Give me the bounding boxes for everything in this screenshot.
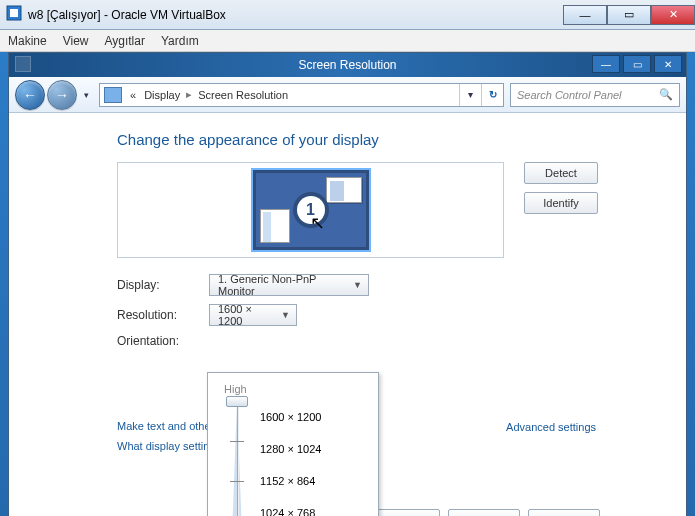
detect-button[interactable]: Detect bbox=[524, 162, 598, 184]
resolution-label: Resolution: bbox=[117, 308, 209, 322]
orientation-label: Orientation: bbox=[117, 334, 209, 348]
advanced-settings-link[interactable]: Advanced settings bbox=[506, 421, 596, 433]
chevron-right-icon: ▸ bbox=[184, 88, 194, 101]
cancel-button[interactable]: Cancel bbox=[448, 509, 520, 516]
resolution-dropdown[interactable]: 1600 × 1200 ▼ bbox=[209, 304, 297, 326]
apply-button[interactable]: Apply bbox=[528, 509, 600, 516]
outer-minimize-button[interactable]: — bbox=[563, 5, 607, 25]
monitor-number: 1 bbox=[297, 196, 325, 224]
menu-aygitlar[interactable]: Aygıtlar bbox=[104, 34, 144, 48]
inner-maximize-button[interactable]: ▭ bbox=[623, 55, 651, 73]
breadcrumb-root[interactable]: « bbox=[126, 89, 140, 101]
outer-maximize-button[interactable]: ▭ bbox=[607, 5, 651, 25]
display-icon bbox=[104, 87, 122, 103]
virtualbox-title: w8 [Çalışıyor] - Oracle VM VirtualBox bbox=[28, 8, 226, 22]
preview-window-icon bbox=[326, 177, 362, 203]
resolution-value: 1600 × 1200 bbox=[218, 303, 274, 327]
breadcrumb-dropdown-button[interactable]: ▾ bbox=[459, 84, 481, 106]
breadcrumb-bar[interactable]: « Display ▸ Screen Resolution ▾ ↻ bbox=[99, 83, 504, 107]
reso-option-3[interactable]: 1024 × 768 bbox=[260, 497, 321, 516]
chevron-down-icon: ▼ bbox=[281, 310, 290, 320]
refresh-button[interactable]: ↻ bbox=[481, 84, 503, 106]
inner-title: Screen Resolution bbox=[298, 58, 396, 72]
slider-high-label: High bbox=[224, 383, 368, 395]
identify-button[interactable]: Identify bbox=[524, 192, 598, 214]
resolution-slider[interactable] bbox=[226, 401, 248, 516]
control-panel-window: Screen Resolution — ▭ ✕ ← → ▾ « Display … bbox=[8, 52, 687, 516]
preview-sidebar-icon bbox=[260, 209, 290, 243]
chevron-down-icon: ▼ bbox=[353, 280, 362, 290]
inner-sysmenu-icon[interactable] bbox=[15, 56, 31, 72]
resolution-options: 1600 × 1200 1280 × 1024 1152 × 864 1024 … bbox=[256, 401, 321, 516]
svg-rect-1 bbox=[10, 9, 18, 17]
nav-history-dropdown[interactable]: ▾ bbox=[79, 80, 93, 110]
forward-button[interactable]: → bbox=[47, 80, 77, 110]
virtualbox-icon bbox=[6, 5, 22, 24]
display-label: Display: bbox=[117, 278, 209, 292]
search-input[interactable]: Search Control Panel 🔍 bbox=[510, 83, 680, 107]
back-button[interactable]: ← bbox=[15, 80, 45, 110]
menu-makine[interactable]: Makine bbox=[8, 34, 47, 48]
display-value: 1. Generic Non-PnP Monitor bbox=[218, 273, 346, 297]
inner-titlebar: Screen Resolution — ▭ ✕ bbox=[9, 53, 686, 77]
outer-window-controls: — ▭ ✕ bbox=[563, 5, 695, 25]
search-icon: 🔍 bbox=[659, 88, 673, 101]
outer-close-button[interactable]: ✕ bbox=[651, 5, 695, 25]
menu-view[interactable]: View bbox=[63, 34, 89, 48]
reso-option-0[interactable]: 1600 × 1200 bbox=[260, 401, 321, 433]
slider-thumb[interactable] bbox=[226, 396, 248, 407]
page-heading: Change the appearance of your display bbox=[117, 131, 598, 148]
display-dropdown[interactable]: 1. Generic Non-PnP Monitor ▼ bbox=[209, 274, 369, 296]
monitor-1[interactable]: 1 bbox=[253, 170, 369, 250]
inner-minimize-button[interactable]: — bbox=[592, 55, 620, 73]
search-placeholder: Search Control Panel bbox=[517, 89, 622, 101]
monitor-preview[interactable]: 1 bbox=[117, 162, 504, 258]
reso-option-2[interactable]: 1152 × 864 bbox=[260, 465, 321, 497]
virtualbox-menubar: Makine View Aygıtlar Yardım bbox=[0, 30, 695, 52]
resolution-slider-popup: High 1600 × 1200 1280 × 1024 bbox=[207, 372, 379, 516]
menu-yardim[interactable]: Yardım bbox=[161, 34, 199, 48]
virtualbox-titlebar: w8 [Çalışıyor] - Oracle VM VirtualBox — … bbox=[0, 0, 695, 30]
breadcrumb-display[interactable]: Display bbox=[140, 89, 184, 101]
breadcrumb-resolution[interactable]: Screen Resolution bbox=[194, 89, 292, 101]
reso-option-1[interactable]: 1280 × 1024 bbox=[260, 433, 321, 465]
explorer-toolbar: ← → ▾ « Display ▸ Screen Resolution ▾ ↻ … bbox=[9, 77, 686, 113]
inner-close-button[interactable]: ✕ bbox=[654, 55, 682, 73]
